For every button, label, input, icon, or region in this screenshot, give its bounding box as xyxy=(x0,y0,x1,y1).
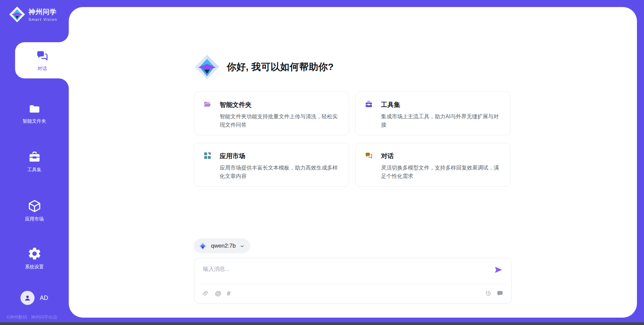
card-desc: 灵活切换多模型文件，支持多样回复效果调试，满足个性化需求 xyxy=(381,164,502,180)
sidebar: 神州问学 Smart Vision 对话 智能文件夹 工具集 应 xyxy=(0,0,69,325)
chevron-down-icon xyxy=(239,244,245,249)
brand-diamond-icon xyxy=(194,54,220,80)
card-title: 对话 xyxy=(381,152,502,160)
card-app-market[interactable]: 应用市场 应用市场提供丰富长文本模板，助力高效生成多样化文章内容 xyxy=(194,143,349,187)
active-tab-corner xyxy=(59,78,69,88)
user-name: AD xyxy=(40,295,48,302)
active-tab-corner xyxy=(59,32,69,42)
sidebar-item-label: 工具集 xyxy=(28,167,42,173)
sidebar-item-label: 系统设置 xyxy=(25,264,44,270)
card-smart-folder[interactable]: 智能文件夹 智能文件夹功能支持批量文件上传与清洗，轻松实现文件问答 xyxy=(194,91,349,135)
sidebar-item-chat[interactable]: 对话 xyxy=(15,42,69,78)
card-desc: 智能文件夹功能支持批量文件上传与清洗，轻松实现文件问答 xyxy=(220,112,341,129)
cube-icon xyxy=(28,199,42,213)
card-title: 智能文件夹 xyxy=(220,101,341,109)
brand: 神州问学 Smart Vision xyxy=(9,6,57,23)
sidebar-item-settings[interactable]: 系统设置 xyxy=(0,241,69,275)
message-composer: 输入消息... @ # xyxy=(194,258,512,304)
grid-icon xyxy=(203,151,212,160)
sidebar-item-app-market[interactable]: 应用市场 xyxy=(0,194,69,227)
hashtag-icon[interactable]: # xyxy=(227,290,231,297)
main-panel: 你好, 我可以如何帮助你? 智能文件夹 智能文件夹功能支持批量文件上传与清洗，轻… xyxy=(69,7,637,318)
sidebar-item-toolset[interactable]: 工具集 xyxy=(0,145,69,178)
sidebar-item-label: 对话 xyxy=(38,66,47,72)
toolbox-icon xyxy=(28,150,41,164)
mention-icon[interactable]: @ xyxy=(215,290,221,297)
sidebar-item-label: 智能文件夹 xyxy=(23,118,46,124)
card-toolset[interactable]: 工具集 集成市场上主流工具，助力AI与外界无缝扩展与对接 xyxy=(355,91,511,135)
model-name: qwen2:7b xyxy=(211,243,236,249)
folder-open-icon xyxy=(203,100,212,109)
message-input[interactable]: 输入消息... xyxy=(203,265,230,273)
toolbox-icon xyxy=(365,100,373,109)
sidebar-item-smart-folder[interactable]: 智能文件夹 xyxy=(0,96,69,130)
composer-divider xyxy=(200,284,506,284)
attachment-icon[interactable] xyxy=(202,290,209,297)
chat-bubbles-icon xyxy=(36,49,49,63)
folder-icon xyxy=(28,103,41,115)
card-title: 工具集 xyxy=(381,101,502,109)
message-icon[interactable] xyxy=(496,290,503,297)
model-selector[interactable]: qwen2:7b xyxy=(194,239,250,253)
feature-cards: 智能文件夹 智能文件夹功能支持批量文件上传与清洗，轻松实现文件问答 工具集 集成… xyxy=(194,91,512,187)
user-icon xyxy=(23,294,32,302)
model-diamond-icon xyxy=(198,242,207,251)
card-desc: 应用市场提供丰富长文本模板，助力高效生成多样化文章内容 xyxy=(220,164,341,180)
brand-subtitle: Smart Vision xyxy=(29,17,57,21)
card-title: 应用市场 xyxy=(220,152,341,160)
copyright: ©神州数码 · 神州问学出品 xyxy=(0,314,64,320)
history-icon[interactable] xyxy=(485,290,492,297)
send-icon[interactable] xyxy=(494,265,503,275)
chat-bubbles-icon xyxy=(365,151,373,160)
gear-icon xyxy=(27,246,42,261)
avatar xyxy=(20,291,35,305)
greeting-text: 你好, 我可以如何帮助你? xyxy=(227,61,334,73)
card-desc: 集成市场上主流工具，助力AI与外界无缝扩展与对接 xyxy=(381,112,502,129)
bottom-edge xyxy=(0,322,644,325)
card-chat[interactable]: 对话 灵活切换多模型文件，支持多样回复效果调试，满足个性化需求 xyxy=(355,143,511,187)
greeting-row: 你好, 我可以如何帮助你? xyxy=(194,54,512,80)
brand-name: 神州问学 xyxy=(29,7,57,16)
brand-diamond-icon xyxy=(9,6,25,23)
user-menu[interactable]: AD xyxy=(0,291,69,305)
sidebar-item-label: 应用市场 xyxy=(25,216,44,222)
